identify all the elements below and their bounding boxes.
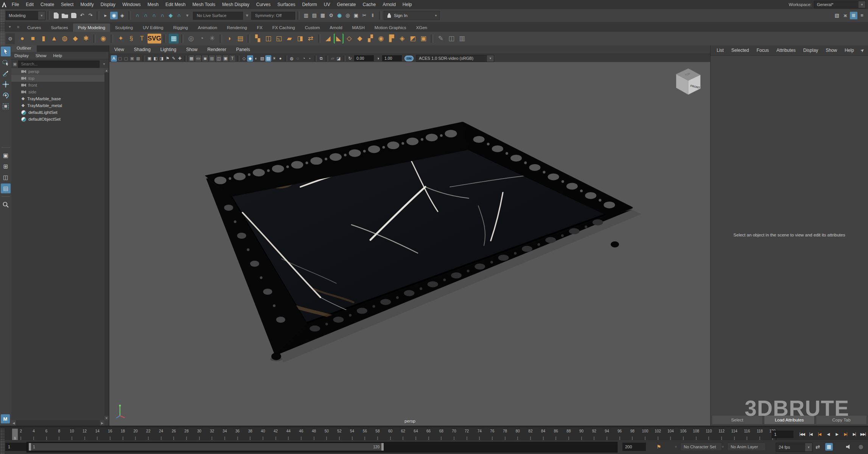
- go-to-start-button[interactable]: |◀◀: [798, 430, 806, 438]
- project-curve-icon[interactable]: ▣: [418, 34, 428, 44]
- snap-curve-icon[interactable]: ∩: [142, 12, 149, 19]
- fps-dropdown[interactable]: 24 fps: [776, 443, 812, 452]
- anim-layer-caret-icon[interactable]: ▿: [722, 443, 724, 451]
- scroll-down-icon[interactable]: ▼: [104, 416, 109, 420]
- gamma-icon[interactable]: ◑: [375, 55, 381, 62]
- colorspace-dropdown[interactable]: ACES 1.0 SDR-video (sRGB): [416, 55, 494, 62]
- workspace-dropdown[interactable]: General*: [814, 1, 866, 8]
- bevel-icon[interactable]: ◣: [334, 34, 344, 44]
- menu-create[interactable]: Create: [37, 0, 58, 9]
- select-tool[interactable]: [1, 47, 11, 56]
- new-scene-icon[interactable]: [54, 12, 59, 19]
- select-camera-icon[interactable]: A: [111, 55, 117, 62]
- xray-joints-icon[interactable]: ◌: [295, 55, 301, 62]
- flip-icon[interactable]: ⇄: [306, 34, 316, 44]
- outliner-persp-layout-icon[interactable]: ▤: [1, 183, 11, 193]
- scale-tool[interactable]: [1, 101, 11, 111]
- camera-bookmark-icon[interactable]: ◨: [159, 55, 165, 62]
- channel-box-icon[interactable]: ≡: [858, 12, 866, 19]
- shelf-tab-poly-modeling[interactable]: Poly Modeling: [73, 23, 110, 32]
- shelf-tab-xgen[interactable]: XGen: [411, 23, 432, 32]
- viewport-menu-lighting[interactable]: Lighting: [156, 47, 181, 52]
- current-frame-marker[interactable]: 1: [12, 429, 18, 440]
- scroll-up-icon[interactable]: ▲: [104, 68, 109, 73]
- lights-icon[interactable]: ☀: [271, 55, 277, 62]
- split-pane-layout-icon[interactable]: ◫: [1, 173, 11, 182]
- pause-viewport-icon[interactable]: ‖: [369, 12, 376, 19]
- resolution-gate-toggle-icon[interactable]: ◙: [202, 55, 208, 62]
- combine-icon[interactable]: ▚: [253, 34, 263, 44]
- range-end-handle[interactable]: [381, 443, 384, 451]
- film-gate-toggle-icon[interactable]: ▭: [195, 55, 202, 62]
- grid-toggle-icon[interactable]: ▦: [188, 55, 195, 62]
- poly-plane-icon[interactable]: ◆: [70, 34, 80, 44]
- wireframe-icon[interactable]: ◇: [241, 55, 247, 62]
- shelf-tab-surfaces[interactable]: Surfaces: [46, 23, 73, 32]
- modeling-toolkit-grid-icon[interactable]: ▦: [169, 34, 179, 44]
- lattice-icon[interactable]: ◗: [225, 34, 235, 44]
- mute-audio-icon[interactable]: [846, 443, 852, 451]
- shelf-tab-motion-graphics[interactable]: Motion Graphics: [370, 23, 411, 32]
- ae-menu-list[interactable]: List: [713, 48, 728, 53]
- gate-mask-icon[interactable]: ▩: [135, 55, 141, 62]
- view-cube[interactable]: TOP FRONT: [675, 66, 702, 96]
- outliner-vertical-scrollbar[interactable]: ▲ ▼: [104, 68, 109, 420]
- outliner-tab[interactable]: Outliner: [11, 45, 37, 52]
- pin-icon[interactable]: ➤: [859, 47, 866, 53]
- ae-menu-show[interactable]: Show: [822, 48, 841, 53]
- viewport-menu-shading[interactable]: Shading: [129, 47, 156, 52]
- drag-grip[interactable]: [0, 22, 5, 32]
- timeline-ruler[interactable]: 1 24681012141618202224262830323436384042…: [11, 429, 776, 440]
- xray-icon[interactable]: ◍: [289, 55, 295, 62]
- shelf-tab-curves[interactable]: Curves: [22, 23, 46, 32]
- drag-grip[interactable]: [0, 9, 5, 22]
- menu-help[interactable]: Help: [399, 0, 415, 9]
- fill-hole-icon[interactable]: ▰: [285, 34, 294, 44]
- outliner-menu-show[interactable]: Show: [33, 53, 50, 58]
- modeling-toolkit-icon[interactable]: ▧: [833, 12, 841, 19]
- menu-mesh[interactable]: Mesh: [144, 0, 162, 9]
- append-polygon-icon[interactable]: ▞: [366, 34, 375, 44]
- shelf-tab-uv-editing[interactable]: UV Editing: [138, 23, 168, 32]
- outliner-item-defaultObjectSet[interactable]: defaultObjectSet: [11, 116, 104, 123]
- filter-icon[interactable]: ▣: [13, 62, 17, 67]
- shelf-tab-mash[interactable]: MASH: [347, 23, 370, 32]
- anim-layer-dropdown[interactable]: No Anim Layer: [727, 443, 766, 451]
- shelf-tab-fx-caching[interactable]: FX Caching: [268, 23, 300, 32]
- render-settings-icon[interactable]: ⚙: [327, 12, 335, 19]
- shelf-tab-fx[interactable]: FX: [252, 23, 268, 32]
- current-frame-field[interactable]: 1: [772, 431, 793, 438]
- play-forwards-button[interactable]: ▶: [832, 430, 841, 438]
- outliner-item-TrayMarble_metal[interactable]: ❖TrayMarble_metal: [11, 102, 104, 109]
- lookdevx-icon[interactable]: ◎: [344, 12, 352, 19]
- four-pane-layout-icon[interactable]: ⊞: [1, 162, 11, 171]
- character-set-dropdown[interactable]: No Character Set: [680, 443, 722, 451]
- poly-torus-icon[interactable]: ◍: [60, 34, 70, 44]
- scroll-right-icon[interactable]: ▶: [100, 420, 104, 426]
- character-controls-icon[interactable]: ж: [842, 12, 849, 19]
- maya-logo-icon[interactable]: [0, 0, 8, 9]
- snap-grid-icon[interactable]: ∩: [134, 12, 141, 19]
- center-pivot-icon[interactable]: ◔: [197, 34, 207, 44]
- gear-icon[interactable]: ⚙: [6, 33, 15, 44]
- snap-options-caret-icon[interactable]: ▾: [184, 12, 191, 19]
- platonic-solid-icon[interactable]: ◉: [98, 34, 108, 44]
- bookmark-icon[interactable]: ⚑: [165, 55, 171, 62]
- play-backwards-button[interactable]: ◀: [824, 430, 832, 438]
- menu-deform[interactable]: Deform: [299, 0, 320, 9]
- textured-icon[interactable]: ▧: [259, 55, 265, 62]
- outliner-menu-display[interactable]: Display: [11, 53, 32, 58]
- ipr-render-icon[interactable]: ▦: [319, 12, 327, 19]
- isolate-select-icon[interactable]: ⧉: [318, 55, 324, 62]
- shelf-editor-icon[interactable]: ≡: [14, 23, 22, 31]
- resolution-gate-icon[interactable]: ▣: [129, 55, 135, 62]
- ae-menu-help[interactable]: Help: [841, 48, 858, 53]
- snap-projected-center-icon[interactable]: ∩: [159, 12, 166, 19]
- sign-in-dropdown[interactable]: Sign In: [384, 11, 440, 20]
- construction-aim-icon[interactable]: ◎: [186, 34, 196, 44]
- open-scene-icon[interactable]: [62, 13, 68, 18]
- bounding-box-icon[interactable]: ◐: [253, 55, 259, 62]
- hypershade-icon[interactable]: ◉: [336, 12, 343, 19]
- shelf-tab-arnold[interactable]: Arnold: [325, 23, 347, 32]
- separator[interactable]: [379, 11, 381, 20]
